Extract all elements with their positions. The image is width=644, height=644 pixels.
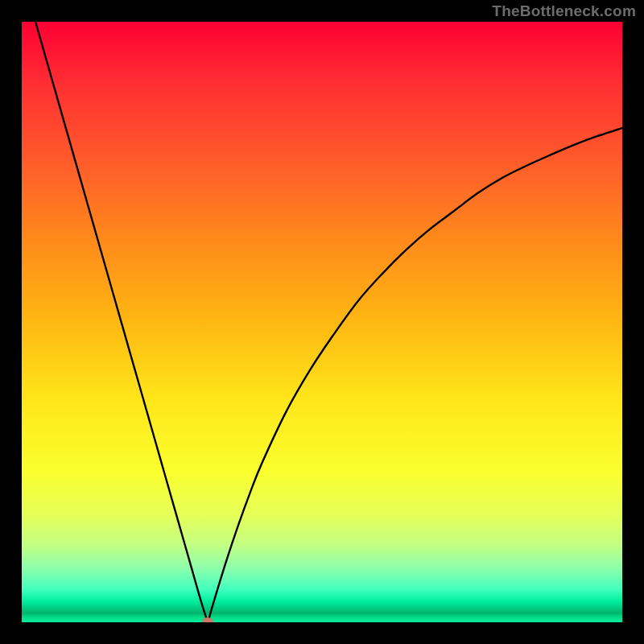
bottleneck-curve — [22, 22, 622, 622]
attribution-label: TheBottleneck.com — [492, 2, 636, 20]
plot-area — [22, 22, 622, 622]
chart-frame: TheBottleneck.com — [0, 0, 644, 644]
optimal-point-marker — [202, 617, 213, 622]
curve-layer — [22, 22, 622, 622]
